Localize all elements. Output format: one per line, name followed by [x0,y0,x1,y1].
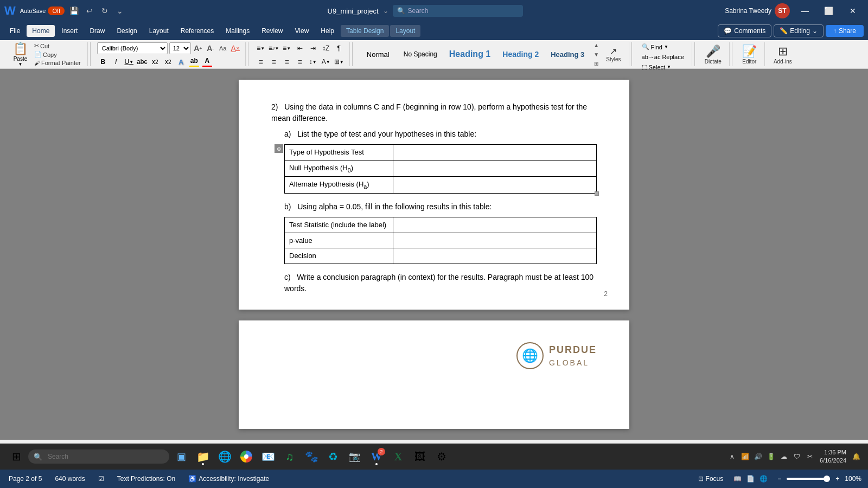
styles-launcher[interactable]: ↗ Styles [603,45,624,63]
strikethrough-button[interactable]: abc [136,56,148,68]
taskbar-time[interactable]: 1:36 PM 6/16/2024 [820,448,846,465]
menu-view[interactable]: View [290,25,315,37]
print-layout-icon[interactable]: 📄 [745,473,756,484]
format-painter-button[interactable]: 🖌 Format Painter [32,59,83,67]
change-case-button[interactable]: Aa [218,43,228,53]
web-layout-icon[interactable]: 🌐 [758,473,769,484]
align-right-button[interactable]: ≡ [281,56,293,68]
minimize-button[interactable]: — [794,3,816,19]
doc-title-chevron[interactable]: ⌄ [383,7,388,15]
table-move-handle[interactable]: ⊕ [275,144,283,153]
style-heading3[interactable]: Heading 3 [545,40,590,68]
zoom-minus-button[interactable]: − [775,474,783,484]
chevron-up-icon[interactable]: ∧ [726,451,737,462]
style-heading2[interactable]: Heading 2 [497,40,544,68]
cell-type-value[interactable] [393,145,597,160]
borders-button[interactable]: ⊞▼ [333,56,345,68]
edge-button[interactable]: 🌐 [215,447,234,466]
style-no-spacing[interactable]: No Spacing [398,40,443,68]
document-area[interactable]: 2) Using the data in columns C and F (be… [0,69,868,440]
focus-button[interactable]: ⊡ Focus [696,474,726,484]
menu-layout[interactable]: Layout [144,25,174,37]
taskbar-search-input[interactable] [28,450,169,464]
superscript-button[interactable]: x2 [162,56,174,68]
excel-taskbar-button[interactable]: X [388,447,408,466]
select-button[interactable]: ⬚ Select ▼ [639,62,675,72]
accessibility[interactable]: ♿ Accessibility: Investigate [186,474,271,484]
multilevel-button[interactable]: ≡▼ [281,42,293,54]
word-count[interactable]: 640 words [53,474,87,484]
numbering-button[interactable]: ≡#▼ [268,42,280,54]
menu-table-design[interactable]: Table Design [341,25,389,37]
camera-button[interactable]: 📷 [345,447,365,466]
comments-button[interactable]: 💬 Comments [718,24,771,37]
dictate-button[interactable]: 🎤 Dictate [701,43,725,66]
cell-decision-value[interactable] [393,248,597,264]
notification-icon[interactable]: 🔔 [851,451,861,462]
menu-insert[interactable]: Insert [56,25,83,37]
undo-icon[interactable]: ↩ [84,5,95,16]
highlight-color-button[interactable]: ab [188,56,200,67]
style-heading1[interactable]: Heading 1 [444,40,496,68]
start-button[interactable]: ⊞ [7,447,26,466]
onedrive-icon[interactable]: ☁ [778,451,789,462]
autosave-pill[interactable]: Off [48,7,64,15]
bullets-button[interactable]: ≡▼ [255,42,267,54]
zoom-plus-button[interactable]: + [833,474,841,484]
menu-table-layout[interactable]: Layout [390,25,420,37]
image-viewer-button[interactable]: 🖼 [410,447,430,466]
text-effects-button[interactable]: A [175,57,187,66]
replace-button[interactable]: ab→ac Replace [639,53,687,61]
font-name-select[interactable]: Calibri (Body) [97,42,168,54]
zoom-thumb[interactable] [824,476,830,482]
menu-references[interactable]: References [175,25,219,37]
track-changes-icon[interactable]: ☑ [96,474,106,484]
unknown2-button[interactable]: ♻ [323,447,343,466]
editing-button[interactable]: ✏️ Editing ⌄ [774,24,824,37]
network-icon[interactable]: 📶 [739,451,750,462]
italic-button[interactable]: I [110,56,122,68]
spotify-button[interactable]: ♫ [280,447,299,466]
read-mode-icon[interactable]: 📖 [732,473,743,484]
results-table[interactable]: Test Statistic (include the label) p-val… [284,217,597,264]
cut-button[interactable]: ✂ Cut [32,42,83,50]
addins-button[interactable]: ⊞ Add-ins [770,43,795,66]
font-color-button[interactable]: A [201,56,213,67]
zoom-slider[interactable] [787,478,830,480]
editor-button[interactable]: 📝 Editor [739,43,760,66]
subscript-button[interactable]: x2 [149,56,161,68]
autosave-toggle[interactable]: AutoSave Off [20,7,65,15]
close-button[interactable]: ✕ [842,3,864,19]
copy-button[interactable]: 📄 Copy [32,50,83,59]
font-grow-button[interactable]: A+ [193,43,203,53]
snip-icon[interactable]: ✂ [805,451,815,462]
file-explorer-button[interactable]: 📁 [193,447,213,466]
align-center-button[interactable]: ≡ [268,56,280,68]
cell-alt-value[interactable] [393,177,597,194]
cell-pvalue-value[interactable] [393,233,597,248]
styles-scroll-up[interactable]: ▲ [592,41,601,49]
save-icon[interactable]: 💾 [69,5,80,16]
restore-button[interactable]: ⬜ [818,3,840,19]
user-avatar[interactable]: ST [775,3,790,18]
font-shrink-button[interactable]: A- [205,43,216,53]
battery-icon[interactable]: 🔋 [765,451,776,462]
clear-formatting-button[interactable]: A✕ [230,43,241,53]
style-normal[interactable]: Normal [359,40,397,68]
unknown1-button[interactable]: 🐾 [302,447,321,466]
cell-null-value[interactable] [393,160,597,177]
menu-draw[interactable]: Draw [84,25,110,37]
paste-button[interactable]: 📋 Paste ▼ [9,41,32,68]
underline-button[interactable]: U▼ [123,56,135,68]
settings-button[interactable]: ⚙ [432,447,451,466]
menu-review[interactable]: Review [256,25,288,37]
task-view-button[interactable]: ▣ [171,447,191,466]
sort-button[interactable]: ↕Z [320,42,332,54]
chrome-button[interactable] [237,447,256,466]
cell-statistic-value[interactable] [393,217,597,233]
quick-access-more[interactable]: ⌄ [114,5,125,16]
line-spacing-button[interactable]: ↕▼ [307,56,319,68]
table-resize-handle[interactable] [595,191,599,196]
font-size-select[interactable]: 12 [169,42,191,54]
word-taskbar-button[interactable]: W 2 [367,447,386,466]
